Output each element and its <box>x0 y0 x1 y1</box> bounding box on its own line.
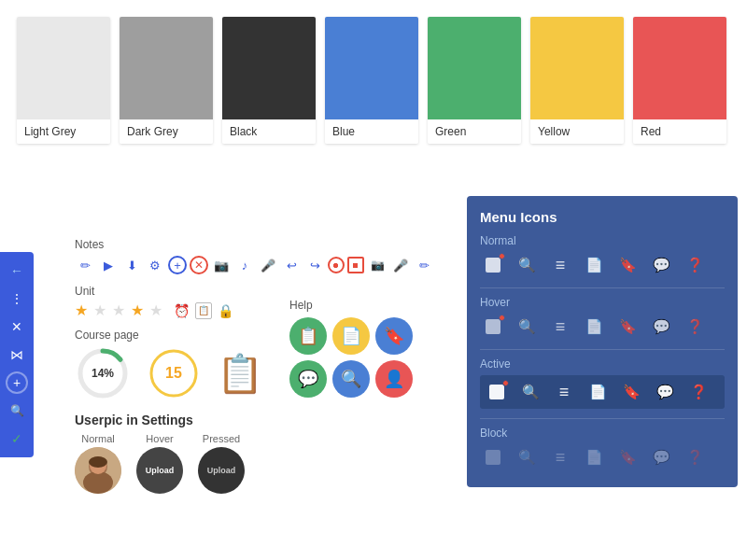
swatch-label-dark-grey: Dark Grey <box>120 119 213 144</box>
swatch-color-red <box>633 17 726 119</box>
menu-normal-menu-icon[interactable]: ≡ <box>547 252 573 278</box>
help-icon-5[interactable]: 🔍 <box>332 360 370 398</box>
notes-camera2-icon[interactable]: 📷 <box>367 255 388 275</box>
svg-rect-8 <box>486 258 500 273</box>
sidenav-back[interactable]: ← <box>6 259 28 282</box>
progress-ring: 14% <box>75 345 131 401</box>
menu-hover-search-icon[interactable]: 🔍 <box>514 314 540 340</box>
unit-clock-icon: ⏰ <box>174 303 190 318</box>
swatch-label-red: Red <box>633 119 726 144</box>
notes-download-icon[interactable]: ⬇ <box>121 255 142 275</box>
divider-2 <box>480 349 725 350</box>
menu-normal-doc-icon[interactable]: 📄 <box>581 252 607 278</box>
unit-lock-icon: 🔒 <box>218 303 233 318</box>
menu-block-doc-icon: 📄 <box>581 444 607 470</box>
help-section: Help 📋 📄 🔖 💬 🔍 👤 <box>289 299 413 398</box>
notes-mic-icon[interactable]: 🎤 <box>258 255 278 275</box>
swatch-blue: Blue <box>325 17 418 144</box>
notes-undo-icon[interactable]: ↩ <box>281 255 302 275</box>
swatches-section: Light Grey Dark Grey Black Blue Green Ye… <box>0 0 747 153</box>
swatch-color-light-grey <box>17 17 110 119</box>
yellow-number: 15 <box>165 365 182 382</box>
notes-music-icon[interactable]: ♪ <box>234 255 255 275</box>
star-1[interactable]: ★ <box>75 301 88 319</box>
swatch-label-blue: Blue <box>325 119 418 144</box>
help-icon-4[interactable]: 💬 <box>289 360 327 398</box>
menu-active-doc-icon[interactable]: 📄 <box>585 379 611 405</box>
sidenav-check[interactable]: ✓ <box>6 427 28 450</box>
userpic-hover-avatar[interactable]: Upload <box>136 447 183 494</box>
star-2[interactable]: ★ <box>93 301 106 319</box>
notes-add-icon[interactable]: + <box>168 256 187 274</box>
menu-normal-row: 🔍 ≡ 📄 🔖 💬 ❓ <box>480 252 725 278</box>
menu-icons-title: Menu Icons <box>480 209 725 225</box>
userpic-pressed-label: Pressed <box>203 433 240 444</box>
userpic-pressed-avatar[interactable]: Upload <box>198 447 245 494</box>
help-icon-3[interactable]: 🔖 <box>375 317 413 355</box>
swatch-black: Black <box>222 17 316 144</box>
sidenav-menu[interactable]: ⋮ <box>6 287 28 310</box>
menu-normal-icon-1[interactable] <box>480 252 506 278</box>
notes-stop-icon[interactable]: ⏹ <box>347 257 364 273</box>
sidenav-close[interactable]: ✕ <box>6 315 28 338</box>
menu-active-bookmark-icon[interactable]: 🔖 <box>618 379 644 405</box>
help-icon-2[interactable]: 📄 <box>332 317 370 355</box>
notes-redo-icon[interactable]: ↪ <box>304 255 325 275</box>
notes-edit-icon[interactable]: ✏ <box>414 255 434 275</box>
swatch-color-yellow <box>530 17 624 119</box>
menu-hover-help-icon[interactable]: ❓ <box>682 314 708 340</box>
sidenav-share[interactable]: ⋈ <box>6 343 28 366</box>
swatch-label-light-grey: Light Grey <box>17 119 110 144</box>
help-icon-6[interactable]: 👤 <box>375 360 413 398</box>
swatch-color-blue <box>325 17 418 119</box>
yellow-ring: 15 <box>146 345 202 401</box>
unit-label: Unit <box>75 285 439 298</box>
swatch-yellow: Yellow <box>530 17 624 144</box>
menu-block-menu-icon: ≡ <box>547 444 573 470</box>
svg-rect-9 <box>486 319 500 334</box>
star-5[interactable]: ★ <box>149 301 162 319</box>
menu-hover-bookmark-icon[interactable]: 🔖 <box>614 314 641 340</box>
menu-active-search-icon[interactable]: 🔍 <box>517 379 543 405</box>
menu-normal-help-icon[interactable]: ❓ <box>682 252 708 278</box>
menu-block-label: Block <box>480 427 725 440</box>
menu-block-chat-icon: 💬 <box>648 444 674 470</box>
userpic-normal-label: Normal <box>81 433 114 444</box>
svg-rect-11 <box>486 450 500 465</box>
menu-hover-menu-icon[interactable]: ≡ <box>547 314 573 340</box>
notes-play-icon[interactable]: ▶ <box>98 255 119 275</box>
menu-active-menu-icon[interactable]: ≡ <box>551 379 577 405</box>
swatch-green: Green <box>428 17 521 144</box>
divider-3 <box>480 418 725 419</box>
sidenav-extra[interactable]: + <box>6 371 28 394</box>
svg-rect-10 <box>489 385 504 399</box>
userpic-normal-avatar <box>75 447 121 494</box>
menu-normal-search-icon[interactable]: 🔍 <box>514 252 540 278</box>
sidenav-search[interactable]: 🔍 <box>6 399 28 422</box>
notes-pencil-icon[interactable]: ✏ <box>75 255 95 275</box>
menu-normal-chat-icon[interactable]: 💬 <box>648 252 674 278</box>
menu-hover-label: Hover <box>480 296 725 309</box>
help-label: Help <box>289 299 413 312</box>
notes-camera-icon[interactable]: 📷 <box>211 255 232 275</box>
menu-active-icon-1[interactable] <box>484 379 510 405</box>
notes-mic2-icon[interactable]: 🎤 <box>390 255 411 275</box>
menu-hover-chat-icon[interactable]: 💬 <box>648 314 674 340</box>
notes-record-icon[interactable]: ⏺ <box>328 257 345 273</box>
notes-gear-icon[interactable]: ⚙ <box>145 255 165 275</box>
swatch-light-grey: Light Grey <box>17 17 110 144</box>
notes-remove-icon[interactable]: ✕ <box>190 256 208 274</box>
help-icon-1[interactable]: 📋 <box>289 317 327 355</box>
clipboard-icon: 📋 <box>217 352 263 396</box>
unit-doc-icon: 📋 <box>195 302 212 319</box>
menu-active-help-icon[interactable]: ❓ <box>685 379 712 405</box>
menu-active-chat-icon[interactable]: 💬 <box>652 379 678 405</box>
star-3[interactable]: ★ <box>112 301 125 319</box>
side-nav: ← ⋮ ✕ ⋈ + 🔍 ✓ <box>0 252 34 457</box>
menu-hover-icon-1[interactable] <box>480 314 506 340</box>
star-4[interactable]: ★ <box>131 301 144 319</box>
menu-normal-bookmark-icon[interactable]: 🔖 <box>614 252 641 278</box>
userpic-title: Userpic in Settings <box>75 413 439 427</box>
menu-hover-doc-icon[interactable]: 📄 <box>581 314 607 340</box>
menu-block-icon-1 <box>480 444 506 470</box>
